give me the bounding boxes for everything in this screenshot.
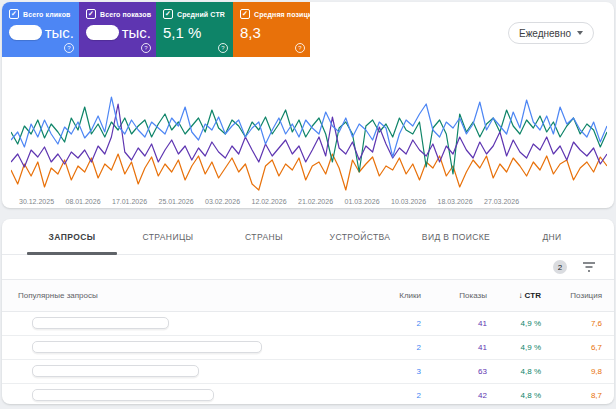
redacted-query[interactable]: [32, 317, 169, 329]
checkbox-checked-icon: ✓: [163, 9, 173, 19]
ctr-value: 4,9 %: [487, 343, 541, 352]
redacted-query[interactable]: [32, 389, 214, 401]
impressions-value: 41: [421, 319, 487, 328]
impressions-value: 41: [421, 343, 487, 352]
x-axis-tick-label: 01.03.2026: [345, 198, 380, 205]
position-value: 9,8: [541, 367, 602, 376]
query-cell: [18, 341, 361, 355]
ctr-value: 4,8 %: [487, 367, 541, 376]
card-label: Средний CTR: [177, 11, 225, 18]
card-value: 8,3: [240, 24, 305, 41]
chevron-down-icon: [577, 31, 583, 35]
query-cell: [18, 389, 361, 403]
active-filters-badge[interactable]: 2: [553, 260, 567, 274]
column-header-позиция[interactable]: Позиция: [541, 291, 602, 300]
clicks-value: 2: [361, 343, 421, 352]
help-icon[interactable]: ?: [295, 43, 305, 53]
chart-panel: ✓Всего кликовтыс.?✓Всего показовтыс.?✓Ср…: [2, 2, 614, 208]
checkbox-checked-icon: ✓: [86, 9, 96, 19]
granularity-dropdown[interactable]: Ежедневно: [508, 22, 594, 44]
first-column-header: Популярные запросы: [18, 291, 361, 300]
metric-cards: ✓Всего кликовтыс.?✓Всего показовтыс.?✓Ср…: [2, 2, 310, 57]
table-row[interactable]: 2414,9 %7,6: [2, 312, 614, 336]
x-axis-tick-label: 10.03.2026: [391, 198, 426, 205]
tab-дни[interactable]: ДНИ: [504, 219, 600, 254]
chart-series-Всего показов: [11, 104, 607, 167]
card-value-text: 5,1 %: [163, 24, 201, 41]
filter-icon: [582, 261, 596, 273]
column-header-показы[interactable]: Показы: [421, 291, 487, 300]
clicks-value: 2: [361, 319, 421, 328]
table-row[interactable]: 2424,8 %8,7: [2, 384, 614, 404]
search-console-performance-screen: ✓Всего кликовтыс.?✓Всего показовтыс.?✓Ср…: [0, 0, 616, 409]
table-body: 2414,9 %7,62414,9 %6,73634,8 %9,82424,8 …: [2, 312, 614, 404]
granularity-label: Ежедневно: [519, 28, 571, 39]
metric-card-clicks[interactable]: ✓Всего кликовтыс.?: [2, 2, 79, 57]
tab-страницы[interactable]: СТРАНИЦЫ: [120, 219, 216, 254]
position-value: 7,6: [541, 319, 602, 328]
redacted-value: [86, 25, 119, 40]
x-axis-tick-label: 12.02.2026: [252, 198, 287, 205]
card-value: 5,1 %: [163, 24, 228, 41]
column-header-клики[interactable]: Клики: [361, 291, 421, 300]
checkbox-checked-icon: ✓: [9, 9, 19, 19]
clicks-value: 3: [361, 367, 421, 376]
x-axis-tick-label: 18.03.2026: [438, 198, 473, 205]
tab-страны[interactable]: СТРАНЫ: [216, 219, 312, 254]
card-value-unit: тыс.: [122, 24, 151, 41]
card-header: ✓Всего кликов: [9, 9, 74, 19]
table-row[interactable]: 3634,8 %9,8: [2, 360, 614, 384]
position-value: 6,7: [541, 343, 602, 352]
redacted-value: [9, 25, 42, 40]
metric-card-position[interactable]: ✓Средняя позиция8,3?: [233, 2, 310, 57]
help-icon[interactable]: ?: [64, 43, 74, 53]
impressions-value: 63: [421, 367, 487, 376]
help-icon[interactable]: ?: [141, 43, 151, 53]
card-header: ✓Средний CTR: [163, 9, 228, 19]
ctr-value: 4,8 %: [487, 391, 541, 400]
ctr-value: 4,9 %: [487, 319, 541, 328]
metric-card-ctr[interactable]: ✓Средний CTR5,1 %?: [156, 2, 233, 57]
card-value: тыс.: [9, 24, 74, 41]
table-controls: 2: [2, 255, 614, 279]
x-axis-tick-label: 17.01.2026: [112, 198, 147, 205]
column-header-ctr[interactable]: ↓CTR: [487, 291, 541, 300]
tab-вид-в-поиске[interactable]: ВИД В ПОИСКЕ: [408, 219, 504, 254]
card-value-unit: тыс.: [45, 24, 74, 41]
checkbox-checked-icon: ✓: [240, 9, 250, 19]
tab-запросы[interactable]: ЗАПРОСЫ: [24, 219, 120, 254]
filter-button[interactable]: [582, 261, 596, 273]
impressions-value: 42: [421, 391, 487, 400]
x-axis-labels: 30.12.202508.01.202617.01.202625.01.2026…: [2, 198, 614, 208]
sort-desc-icon: ↓: [519, 291, 523, 300]
card-label: Всего показов: [100, 11, 151, 18]
table-header: Популярные запросыКликиПоказы↓CTRПозиция: [2, 279, 614, 312]
position-value: 8,7: [541, 391, 602, 400]
x-axis-tick-label: 27.03.2026: [484, 198, 519, 205]
query-cell: [18, 317, 361, 331]
x-axis-tick-label: 08.01.2026: [66, 198, 101, 205]
x-axis-tick-label: 03.02.2026: [205, 198, 240, 205]
chart-series-Средняя позиция: [11, 154, 607, 190]
table-panel: ЗАПРОСЫСТРАНИЦЫСТРАНЫУСТРОЙСТВАВИД В ПОИ…: [2, 219, 614, 404]
card-header: ✓Всего показов: [86, 9, 151, 19]
help-icon[interactable]: ?: [218, 43, 228, 53]
x-axis-tick-label: 25.01.2026: [159, 198, 194, 205]
card-value-text: 8,3: [240, 24, 261, 41]
tab-устройства[interactable]: УСТРОЙСТВА: [312, 219, 408, 254]
metric-card-impressions[interactable]: ✓Всего показовтыс.?: [79, 2, 156, 57]
redacted-query[interactable]: [32, 365, 199, 377]
query-cell: [18, 365, 361, 379]
card-label: Всего кликов: [23, 11, 70, 18]
table-header-row: Популярные запросыКликиПоказы↓CTRПозиция: [2, 280, 614, 311]
dimension-tabs: ЗАПРОСЫСТРАНИЦЫСТРАНЫУСТРОЙСТВАВИД В ПОИ…: [2, 219, 614, 255]
table-row[interactable]: 2414,9 %6,7: [2, 336, 614, 360]
redacted-query[interactable]: [32, 341, 262, 353]
x-axis-tick-label: 30.12.2025: [19, 198, 54, 205]
x-axis-tick-label: 21.02.2026: [298, 198, 333, 205]
card-header: ✓Средняя позиция: [240, 9, 305, 19]
card-label: Средняя позиция: [254, 11, 316, 18]
performance-line-chart: [11, 68, 607, 192]
clicks-value: 2: [361, 391, 421, 400]
card-value: тыс.: [86, 24, 151, 41]
